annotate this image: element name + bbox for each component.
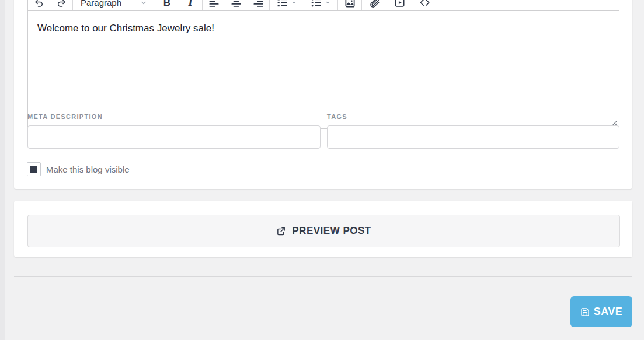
source-code-button[interactable] <box>412 0 437 10</box>
bold-icon: B <box>163 0 170 9</box>
align-center-icon <box>231 0 242 8</box>
preview-post-label: PREVIEW POST <box>292 225 371 237</box>
visible-checkbox[interactable] <box>27 162 41 176</box>
meta-description-label: META DESCRIPTION <box>27 113 103 120</box>
insert-image-button[interactable] <box>338 0 361 10</box>
blog-content-text: Welcome to our Christmas Jewelry sale! <box>37 23 610 34</box>
code-icon <box>419 0 430 8</box>
redo-icon <box>56 0 67 8</box>
numbered-list-button[interactable] <box>270 0 304 10</box>
align-right-button[interactable] <box>247 0 269 10</box>
external-link-icon <box>276 226 286 236</box>
blog-content-editable[interactable]: Welcome to our Christmas Jewelry sale! <box>28 11 619 117</box>
checkbox-checked-mark <box>30 166 37 173</box>
media-icon <box>394 0 405 8</box>
undo-icon <box>34 0 44 8</box>
align-left-button[interactable] <box>203 0 225 10</box>
bullet-list-button[interactable] <box>304 0 337 10</box>
numbered-list-icon <box>277 0 288 8</box>
paragraph-format-label: Paragraph <box>81 0 121 8</box>
tags-label: TAGS <box>327 113 347 120</box>
tags-input[interactable] <box>327 125 619 149</box>
paperclip-icon <box>369 0 380 8</box>
page-left-edge <box>0 0 5 340</box>
image-icon <box>344 0 356 8</box>
bullet-list-icon <box>311 0 322 8</box>
preview-post-button[interactable]: PREVIEW POST <box>27 215 620 247</box>
editor-toolbar: Paragraph B I <box>28 0 619 11</box>
italic-button[interactable]: I <box>179 0 202 10</box>
chevron-down-icon <box>140 0 147 6</box>
insert-link-button[interactable] <box>362 0 387 10</box>
italic-icon: I <box>188 0 192 9</box>
rich-text-editor: Paragraph B I <box>27 0 619 129</box>
blog-editor-page: Paragraph B I <box>0 0 644 340</box>
save-floppy-icon <box>580 307 590 317</box>
redo-button[interactable] <box>50 0 72 10</box>
visible-checkbox-row[interactable]: Make this blog visible <box>27 162 130 176</box>
align-center-button[interactable] <box>225 0 247 10</box>
save-button-label: SAVE <box>594 306 622 318</box>
chevron-down-icon <box>325 0 330 5</box>
chevron-down-icon <box>291 0 297 5</box>
save-button[interactable]: SAVE <box>570 296 632 327</box>
preview-card: PREVIEW POST <box>14 201 632 257</box>
bold-button[interactable]: B <box>155 0 179 10</box>
paragraph-format-dropdown[interactable]: Paragraph <box>73 0 155 10</box>
insert-media-button[interactable] <box>387 0 412 10</box>
align-left-icon <box>208 0 220 8</box>
visible-checkbox-label: Make this blog visible <box>46 164 130 174</box>
meta-description-input[interactable] <box>27 125 321 149</box>
footer-divider <box>14 276 632 277</box>
undo-button[interactable] <box>28 0 50 10</box>
blog-content-card: Paragraph B I <box>14 0 632 189</box>
align-right-icon <box>253 0 264 8</box>
